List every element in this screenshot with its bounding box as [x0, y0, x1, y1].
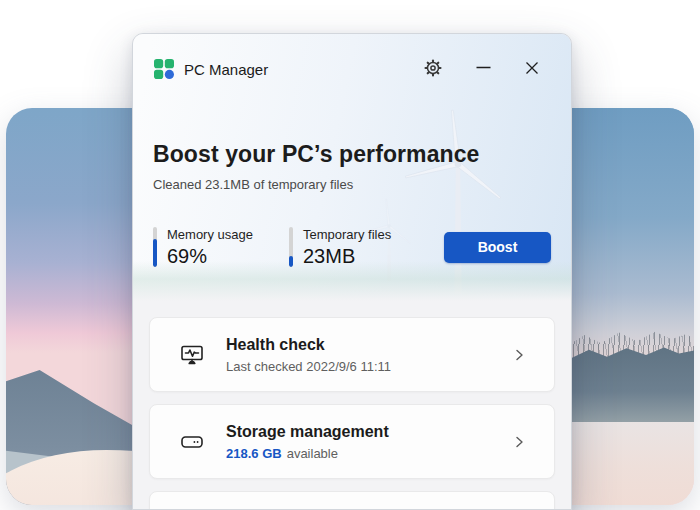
- temporary-files-label: Temporary files: [303, 226, 391, 243]
- storage-available-subtitle: 218.6 GBavailable: [226, 445, 389, 462]
- boost-button[interactable]: Boost: [444, 232, 551, 263]
- memory-usage-value: 69%: [167, 243, 253, 269]
- temporary-files-bar: [289, 227, 293, 267]
- gear-icon: [423, 58, 443, 81]
- cleaned-status-text: Cleaned 23.1MB of temporary files: [153, 176, 551, 194]
- minimize-icon: [475, 59, 492, 79]
- hero-section: PC Manager: [133, 34, 571, 301]
- memory-usage-bar: [153, 227, 157, 267]
- close-button[interactable]: [522, 58, 542, 81]
- storage-available-suffix: available: [287, 446, 338, 461]
- titlebar: PC Manager: [153, 55, 551, 83]
- health-check-title: Health check: [226, 335, 391, 355]
- temporary-files-stat: Temporary files 23MB: [289, 225, 425, 269]
- storage-management-card[interactable]: Storage management 218.6 GBavailable: [149, 404, 555, 479]
- health-check-card[interactable]: Health check Last checked 2022/9/6 11:11: [149, 317, 555, 392]
- cards-section: Health check Last checked 2022/9/6 11:11: [133, 301, 571, 510]
- page-title: Boost your PC’s performance: [153, 139, 551, 169]
- storage-icon: [178, 428, 206, 456]
- chevron-right-icon: [512, 348, 534, 362]
- close-icon: [524, 60, 540, 79]
- settings-button[interactable]: [421, 56, 445, 83]
- health-check-subtitle: Last checked 2022/9/6 11:11: [226, 358, 391, 375]
- health-check-icon: [178, 341, 206, 369]
- memory-usage-stat: Memory usage 69%: [153, 225, 289, 269]
- titlebar-actions: [421, 56, 551, 83]
- page-background: PC Manager: [0, 0, 700, 510]
- partial-card[interactable]: [149, 491, 555, 510]
- chevron-right-icon: [512, 435, 534, 449]
- memory-usage-label: Memory usage: [167, 226, 253, 243]
- minimize-button[interactable]: [473, 57, 494, 81]
- stats-row: Memory usage 69% Temporary files 23MB Bo…: [153, 225, 551, 269]
- storage-available-value: 218.6 GB: [226, 446, 282, 461]
- temporary-files-value: 23MB: [303, 243, 391, 269]
- pc-manager-window: PC Manager: [132, 33, 572, 510]
- app-title: PC Manager: [184, 61, 268, 78]
- pc-manager-logo-icon: [153, 58, 175, 80]
- storage-management-title: Storage management: [226, 422, 389, 442]
